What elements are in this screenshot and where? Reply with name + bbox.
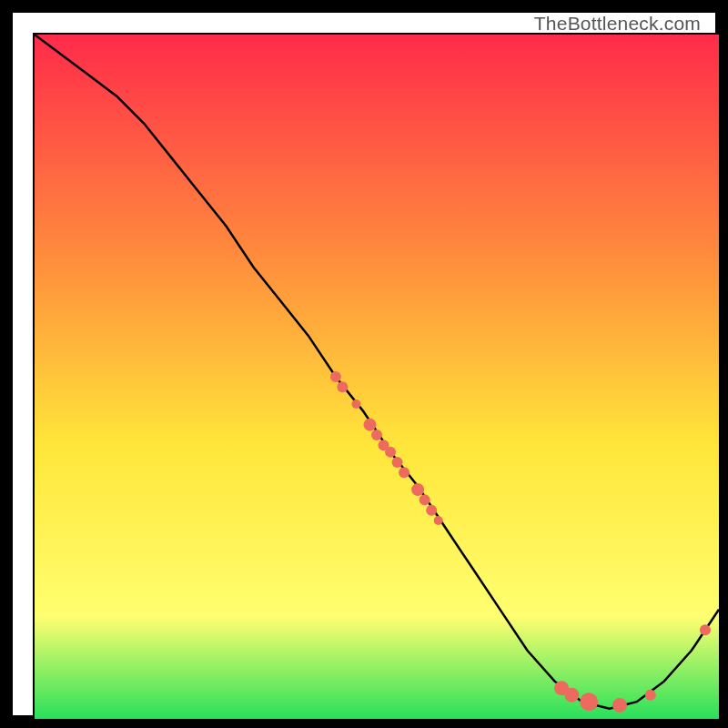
data-marker [363,419,376,431]
data-marker [420,494,430,505]
data-marker [337,381,348,392]
data-marker [399,467,410,478]
data-marker [392,457,403,468]
data-marker [434,516,443,525]
gradient-background [35,35,719,719]
data-marker [564,688,579,703]
data-marker [351,399,360,409]
data-marker [411,483,424,496]
plot-area [33,33,721,721]
chart-svg [35,35,719,719]
data-marker [330,371,341,382]
data-marker [645,690,656,701]
chart-frame: TheBottleneck.com [13,13,715,715]
data-marker [580,693,598,711]
data-marker [612,698,627,713]
data-marker [700,624,711,635]
data-marker [426,505,437,516]
data-marker [385,447,396,458]
data-marker [371,430,382,440]
watermark-label: TheBottleneck.com [534,13,701,35]
